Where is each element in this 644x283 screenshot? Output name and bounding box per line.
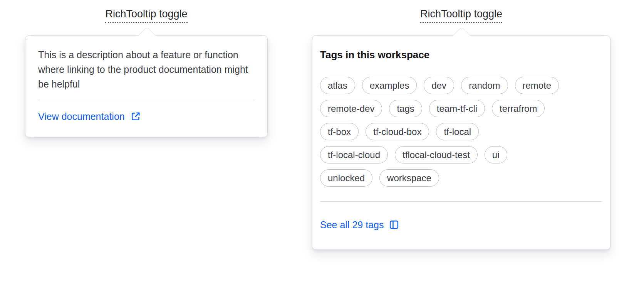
tooltip-card-right: Tags in this workspace atlasexamplesdevr… [312, 35, 610, 250]
richtooltip-toggle-right[interactable]: RichTooltip toggle [420, 8, 502, 23]
tag-pill: tf-local-cloud [320, 146, 388, 163]
tag-row: unlockedworkspace [320, 169, 602, 187]
tag-pill: team-tf-cli [429, 100, 485, 117]
tooltip-description: This is a description about a feature or… [38, 47, 255, 91]
see-all-tags-link[interactable]: See all 29 tags [320, 219, 399, 231]
view-documentation-link[interactable]: View documentation [38, 111, 141, 122]
page: RichTooltip toggle This is a description… [0, 0, 644, 283]
tag-pill: remote [515, 77, 559, 94]
tag-pill: random [461, 77, 508, 94]
tag-pill: tags [389, 100, 422, 117]
tag-row: tf-local-cloudtflocal-cloud-testui [320, 146, 602, 163]
divider [320, 201, 602, 202]
tags-heading: Tags in this workspace [320, 49, 602, 61]
tag-row: atlasexamplesdevrandomremote [320, 77, 602, 94]
tag-pill: tflocal-cloud-test [395, 146, 478, 163]
right-tooltip-toggle-area: RichTooltip toggle [312, 8, 610, 23]
tag-pill: examples [362, 77, 417, 94]
tag-pill: remote-dev [320, 100, 382, 117]
tag-pill: tf-cloud-box [366, 123, 429, 140]
tag-list: atlasexamplesdevrandomremoteremote-devta… [320, 77, 602, 187]
link-label: View documentation [38, 111, 125, 122]
tag-row: tf-boxtf-cloud-boxtf-local [320, 123, 602, 140]
tag-pill: tf-local [436, 123, 479, 140]
sidebar-icon [389, 219, 399, 230]
tooltip-arrow-left [138, 27, 156, 45]
tag-pill: terrafrom [492, 100, 545, 117]
link-label: See all 29 tags [320, 219, 384, 231]
tag-pill: ui [485, 146, 507, 163]
tag-pill: unlocked [320, 169, 372, 187]
tooltip-card-left: This is a description about a feature or… [25, 35, 268, 137]
tag-pill: workspace [379, 169, 439, 187]
divider [38, 100, 255, 100]
tag-pill: dev [424, 77, 454, 94]
richtooltip-toggle-left[interactable]: RichTooltip toggle [105, 8, 187, 23]
left-tooltip-toggle-area: RichTooltip toggle [25, 8, 268, 23]
tooltip-arrow-right [453, 27, 471, 45]
external-link-icon [130, 111, 141, 122]
tag-pill: atlas [320, 77, 355, 94]
tag-row: remote-devtagsteam-tf-cliterrafrom [320, 100, 602, 117]
tag-pill: tf-box [320, 123, 359, 140]
